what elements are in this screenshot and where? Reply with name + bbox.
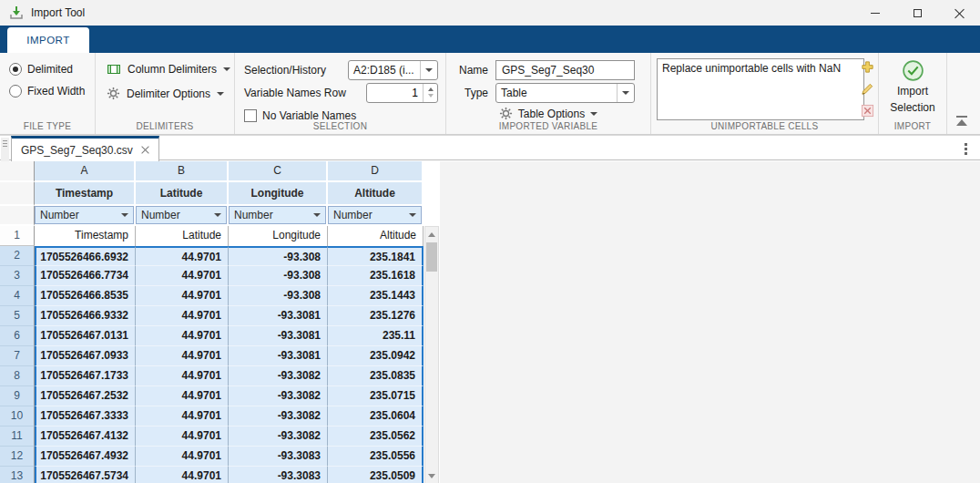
no-variable-names-checkbox[interactable]: No Variable Names <box>244 109 356 122</box>
row-header[interactable]: 12 <box>0 447 35 467</box>
column-type-dropdown[interactable]: Number <box>35 206 134 224</box>
collapse-ribbon-button[interactable] <box>954 116 969 127</box>
row-header[interactable]: 4 <box>0 286 35 306</box>
document-tab[interactable]: GPS_Seg7_Seq30.csv <box>11 136 159 161</box>
variable-name-header[interactable]: Longitude <box>229 182 328 206</box>
grid-cell[interactable]: 44.9701 <box>136 266 229 286</box>
grid-cell[interactable]: -93.3081 <box>229 306 328 326</box>
scroll-up-button[interactable] <box>425 228 438 241</box>
file-type-radio-fixed-width[interactable]: Fixed Width <box>9 85 95 98</box>
row-header[interactable]: 10 <box>0 406 35 426</box>
grid-cell[interactable]: 1705526466.7734 <box>35 266 136 286</box>
grid-cell[interactable]: 235.0715 <box>328 386 424 406</box>
variable-name-header[interactable]: Altitude <box>328 182 424 206</box>
grid-cell[interactable]: 1705526467.3333 <box>35 406 136 426</box>
grid-cell[interactable]: -93.3082 <box>229 366 328 386</box>
file-type-radio-delimited[interactable]: Delimited <box>9 63 95 76</box>
column-letter-header[interactable]: A <box>35 161 136 182</box>
spinner-up-icon[interactable] <box>428 87 434 91</box>
grid-cell[interactable]: 1705526467.1733 <box>35 366 136 386</box>
dropdown-button[interactable] <box>617 84 634 102</box>
grid-cell[interactable]: 1705526467.4932 <box>35 447 136 467</box>
row-header[interactable]: 7 <box>0 346 35 366</box>
grid-cell[interactable]: 44.9701 <box>136 426 229 447</box>
grid-cell[interactable]: Altitude <box>328 226 424 246</box>
variable-names-row-stepper[interactable]: 1 <box>366 83 438 103</box>
grid-cell[interactable]: 1705526466.9332 <box>35 306 136 326</box>
grid-cell[interactable]: Timestamp <box>35 226 136 246</box>
tab-close-icon[interactable] <box>141 146 149 154</box>
column-type-dropdown[interactable]: Number <box>328 206 422 224</box>
grid-cell[interactable]: 44.9701 <box>136 467 229 483</box>
grid-cell[interactable]: 235.1276 <box>328 306 424 326</box>
grid-cell[interactable]: -93.3082 <box>229 406 328 426</box>
dropdown-button[interactable] <box>420 61 437 79</box>
grid-cell[interactable]: -93.3083 <box>229 467 328 483</box>
grid-cell[interactable]: 235.0556 <box>328 447 424 467</box>
grid-cell[interactable]: 235.0604 <box>328 406 424 426</box>
delete-rule-button[interactable] <box>860 103 875 118</box>
import-selection-button[interactable]: Import Selection <box>879 53 946 115</box>
grid-cell[interactable]: 44.9701 <box>136 366 229 386</box>
row-header[interactable]: 1 <box>0 226 35 246</box>
grid-cell[interactable]: 44.9701 <box>136 306 229 326</box>
tab-import[interactable]: IMPORT <box>7 27 89 53</box>
tab-bar-menu-button[interactable] <box>965 143 967 155</box>
grid-cell[interactable]: Latitude <box>136 226 229 246</box>
drag-grip-icon[interactable] <box>1 138 9 161</box>
grid-cell[interactable]: -93.3081 <box>229 326 328 346</box>
row-header[interactable]: 5 <box>0 306 35 326</box>
maximize-button[interactable] <box>896 0 938 26</box>
grid-cell[interactable]: 44.9701 <box>136 346 229 366</box>
grid-cell[interactable]: 44.9701 <box>136 246 229 266</box>
grid-cell[interactable]: -93.308 <box>229 286 328 306</box>
grid-cell[interactable]: -93.308 <box>229 266 328 286</box>
grid-cell[interactable]: 44.9701 <box>136 406 229 426</box>
column-letter-header[interactable]: C <box>229 161 328 182</box>
variable-name-header[interactable]: Latitude <box>136 182 229 206</box>
grid-cell[interactable]: 44.9701 <box>136 326 229 346</box>
scroll-down-button[interactable] <box>425 469 438 482</box>
spinner-down-icon[interactable] <box>428 94 434 98</box>
grid-cell[interactable]: 1705526467.5734 <box>35 467 136 483</box>
unimportable-rule-item[interactable]: Replace unimportable cells with NaN <box>658 59 863 75</box>
grid-cell[interactable]: Longitude <box>229 226 328 246</box>
grid-cell[interactable]: 1705526467.0933 <box>35 346 136 366</box>
grid-cell[interactable]: 235.1443 <box>328 286 424 306</box>
grid-cell[interactable]: 44.9701 <box>136 386 229 406</box>
row-header[interactable]: 8 <box>0 366 35 386</box>
grid-cell[interactable]: -93.308 <box>229 246 328 266</box>
unimportable-rules-list[interactable]: Replace unimportable cells with NaN <box>657 58 864 120</box>
table-options-dropdown[interactable]: Table Options <box>446 107 650 120</box>
variable-name-header[interactable]: Timestamp <box>35 182 136 206</box>
variable-name-input[interactable] <box>495 60 635 80</box>
add-rule-button[interactable] <box>860 59 875 75</box>
variable-type-dropdown[interactable]: Table <box>495 83 635 103</box>
grid-cell[interactable]: -93.3082 <box>229 426 328 447</box>
grid-cell[interactable]: 235.1841 <box>328 246 424 266</box>
close-button[interactable] <box>938 0 980 26</box>
grid-cell[interactable]: 235.0942 <box>328 346 424 366</box>
grid-cell[interactable]: 235.0562 <box>328 426 424 447</box>
column-type-dropdown[interactable]: Number <box>136 206 227 224</box>
scrollbar-thumb[interactable] <box>426 242 437 272</box>
row-header[interactable]: 11 <box>0 426 35 447</box>
minimize-button[interactable] <box>854 0 896 26</box>
column-delimiters-dropdown[interactable]: Column Delimiters <box>107 62 234 77</box>
delimiter-options-dropdown[interactable]: Delimiter Options <box>107 87 234 100</box>
grid-cell[interactable]: 235.0509 <box>328 467 424 483</box>
grid-cell[interactable]: 1705526467.4132 <box>35 426 136 447</box>
grid-cell[interactable]: 1705526466.8535 <box>35 286 136 306</box>
grid-cell[interactable]: 1705526467.2532 <box>35 386 136 406</box>
grid-cell[interactable]: -93.3082 <box>229 386 328 406</box>
row-header[interactable]: 9 <box>0 386 35 406</box>
row-header[interactable]: 3 <box>0 266 35 286</box>
row-header[interactable]: 6 <box>0 326 35 346</box>
grid-cell[interactable]: -93.3081 <box>229 346 328 366</box>
selection-history-dropdown[interactable]: A2:D185 (i... <box>348 60 438 80</box>
column-type-dropdown[interactable]: Number <box>229 206 326 224</box>
edit-rule-button[interactable] <box>860 81 875 97</box>
vertical-scrollbar[interactable] <box>424 226 439 483</box>
grid-cell[interactable]: 1705526467.0131 <box>35 326 136 346</box>
grid-cell[interactable]: 44.9701 <box>136 447 229 467</box>
